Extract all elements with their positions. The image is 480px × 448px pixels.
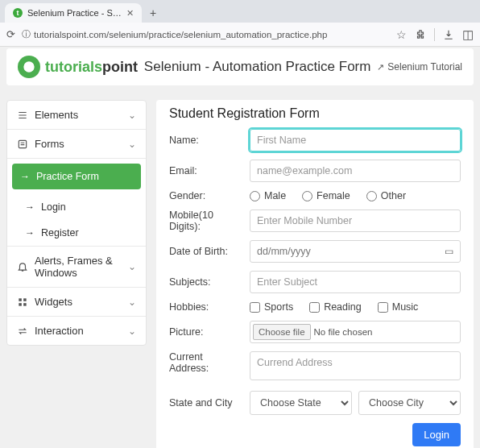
- brand-text: tutorialspoint: [45, 59, 138, 76]
- hobbies-label: Hobbies:: [169, 301, 242, 313]
- mobile-input[interactable]: [250, 209, 461, 232]
- subjects-input[interactable]: [250, 271, 461, 293]
- external-link-icon: ↗: [377, 62, 384, 73]
- gender-other-radio[interactable]: [366, 191, 377, 201]
- email-input[interactable]: [250, 160, 461, 182]
- arrow-right-icon: →: [25, 201, 35, 213]
- calendar-icon[interactable]: ▭: [445, 246, 453, 257]
- login-button[interactable]: Login: [412, 423, 461, 446]
- browser-tab[interactable]: t Selenium Practice - Student ✕: [5, 3, 142, 23]
- extensions-icon[interactable]: [415, 29, 426, 40]
- gender-male-option[interactable]: Male: [250, 190, 286, 201]
- hobby-reading-checkbox[interactable]: [309, 302, 320, 313]
- address-bar[interactable]: ⓘ tutorialspoint.com/selenium/practice/s…: [22, 28, 390, 40]
- gender-other-option[interactable]: Other: [366, 190, 406, 201]
- favicon-icon: t: [13, 8, 23, 18]
- sidebar-item-forms[interactable]: Forms ⌄: [7, 130, 146, 159]
- chevron-down-icon: ⌄: [128, 110, 136, 121]
- grid-icon: [17, 297, 28, 308]
- form-icon: [17, 139, 28, 150]
- choose-file-button[interactable]: Choose file: [253, 324, 311, 340]
- gender-female-option[interactable]: Female: [302, 190, 350, 201]
- bell-icon: [17, 261, 28, 272]
- hobby-reading-option[interactable]: Reading: [309, 301, 362, 313]
- sidebar-subitem-login[interactable]: → Login: [7, 194, 146, 220]
- tab-title: Selenium Practice - Student: [27, 8, 122, 18]
- name-label: Name:: [169, 135, 242, 146]
- hobby-sports-option[interactable]: Sports: [250, 301, 293, 313]
- svg-rect-1: [19, 298, 22, 301]
- state-city-label: State and City: [169, 397, 242, 409]
- svg-rect-4: [23, 303, 27, 306]
- mobile-label: Mobile(10 Digits):: [169, 209, 242, 232]
- reader-icon[interactable]: ◫: [462, 27, 474, 42]
- address-textarea[interactable]: [250, 351, 461, 380]
- logo-icon: [18, 56, 40, 78]
- arrow-right-icon: →: [20, 171, 30, 182]
- sidebar-subitem-register[interactable]: → Register: [7, 220, 146, 246]
- chevron-down-icon: ⌄: [128, 139, 136, 150]
- close-icon[interactable]: ✕: [126, 8, 134, 19]
- page-title: Selenium - Automation Practice Form: [144, 59, 371, 75]
- arrow-right-icon: →: [25, 227, 35, 239]
- sidebar-item-widgets[interactable]: Widgets ⌄: [7, 288, 146, 317]
- form-card: Student Registration Form Name: Email: G…: [156, 100, 474, 448]
- site-info-icon[interactable]: ⓘ: [22, 28, 31, 40]
- city-select[interactable]: Choose City: [358, 391, 461, 415]
- picture-label: Picture:: [169, 326, 242, 338]
- sidebar-item-interaction[interactable]: Interaction ⌄: [7, 317, 146, 345]
- chevron-down-icon: ⌄: [128, 297, 136, 308]
- chevron-down-icon: ⌄: [128, 326, 136, 337]
- sidebar-item-alerts[interactable]: Alerts, Frames & Windows ⌄: [7, 247, 146, 288]
- selenium-tutorial-link[interactable]: ↗ Selenium Tutorial: [377, 61, 462, 73]
- email-label: Email:: [169, 165, 242, 176]
- hobby-music-checkbox[interactable]: [378, 302, 388, 313]
- url-text: tutorialspoint.com/selenium/practice/sel…: [34, 30, 327, 39]
- sidebar: Elements ⌄ Forms ⌄ → Practice Form: [6, 100, 147, 346]
- hobby-music-option[interactable]: Music: [378, 301, 419, 313]
- picture-file-input[interactable]: Choose file No file chosen: [250, 321, 461, 343]
- subjects-label: Subjects:: [169, 276, 242, 288]
- dob-input[interactable]: dd/mm/yyyy ▭: [250, 240, 461, 263]
- bookmark-icon[interactable]: ☆: [396, 28, 407, 41]
- menu-icon: [17, 110, 28, 121]
- sidebar-subitem-practice-form[interactable]: → Practice Form: [12, 164, 141, 189]
- chevron-down-icon: ⌄: [128, 261, 136, 272]
- gender-label: Gender:: [169, 190, 242, 201]
- form-heading: Student Registration Form: [169, 106, 461, 121]
- gender-female-radio[interactable]: [302, 191, 312, 201]
- sidebar-item-elements[interactable]: Elements ⌄: [7, 101, 146, 130]
- download-icon[interactable]: [443, 29, 454, 40]
- hobby-sports-checkbox[interactable]: [250, 302, 260, 313]
- svg-rect-3: [19, 303, 22, 306]
- swap-icon: [17, 326, 28, 337]
- new-tab-button[interactable]: +: [147, 6, 159, 19]
- separator: [434, 28, 435, 41]
- reload-icon[interactable]: ⟳: [6, 28, 15, 40]
- state-select[interactable]: Choose State: [250, 391, 352, 415]
- brand-logo-group[interactable]: tutorialspoint: [18, 56, 138, 78]
- gender-male-radio[interactable]: [250, 191, 260, 201]
- address-label: Current Address:: [169, 351, 242, 374]
- first-name-input[interactable]: [250, 129, 461, 151]
- file-status-text: No file chosen: [311, 327, 373, 337]
- dob-label: Date of Birth:: [169, 246, 242, 257]
- svg-rect-2: [23, 298, 27, 301]
